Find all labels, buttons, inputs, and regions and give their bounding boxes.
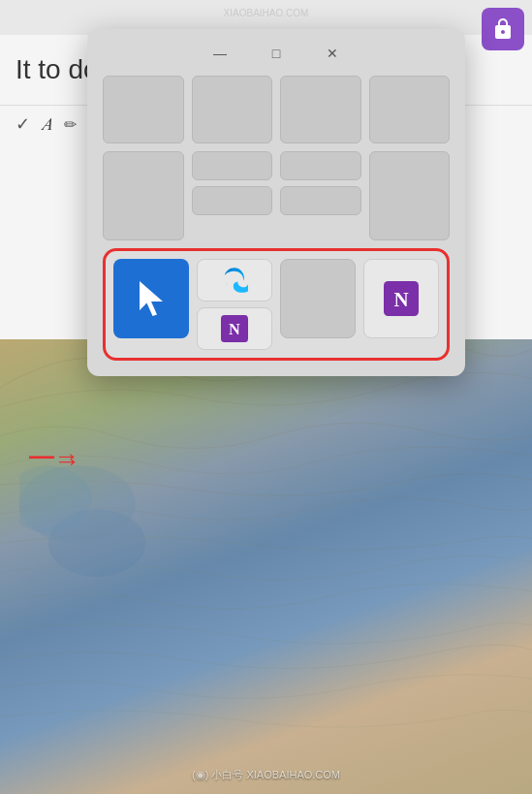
layout-cell-2-3b[interactable] xyxy=(280,186,361,215)
window-layout-popup: — □ ✕ xyxy=(87,29,465,376)
layout-cell-1-1[interactable] xyxy=(103,76,184,143)
close-button[interactable]: ✕ xyxy=(324,45,341,62)
red-arrow-left: —→ xyxy=(29,441,79,471)
minimize-button[interactable]: — xyxy=(211,45,229,62)
maximize-button[interactable]: □ xyxy=(267,45,285,62)
checkmark-icon: ✓ xyxy=(16,113,30,135)
layout-cell-2-4[interactable] xyxy=(369,151,451,241)
cursor-arrow-icon xyxy=(134,278,169,319)
share-button[interactable] xyxy=(482,8,524,50)
onenote-large-icon: N xyxy=(384,281,419,316)
layout-cell-2-2a[interactable] xyxy=(192,151,273,180)
share-icon xyxy=(491,17,515,41)
svg-text:N: N xyxy=(393,288,408,311)
edge-app-cell[interactable] xyxy=(197,259,272,302)
pen-icon: 𝐴 xyxy=(42,114,52,135)
watermark-bottom: (◉) 小白号 XIAOBAIHAO.COM xyxy=(192,768,340,782)
svg-marker-2 xyxy=(140,281,163,316)
layout-cell-1-3[interactable] xyxy=(280,76,361,143)
empty-cell[interactable] xyxy=(280,259,356,338)
layout-cell-2-2-stack xyxy=(192,151,273,241)
layout-cell-1-2[interactable] xyxy=(192,76,273,143)
onenote-small-icon: N xyxy=(221,315,248,342)
layout-grid-row1 xyxy=(103,76,450,143)
layout-cell-1-4[interactable] xyxy=(369,76,451,143)
edge-onenote-stack: N xyxy=(197,259,272,350)
layout-cell-2-1[interactable] xyxy=(103,151,184,241)
notes-content-text: It to do xyxy=(16,54,99,84)
watermark-top: XIAOBAIHAO.COM xyxy=(224,8,309,18)
layout-cell-2-2b[interactable] xyxy=(192,186,273,215)
pen-tool-icon: ✏ xyxy=(64,115,77,134)
layout-cell-2-3-stack xyxy=(280,151,361,241)
layout-cell-2-3a[interactable] xyxy=(280,151,361,180)
popup-titlebar: — □ ✕ xyxy=(103,45,450,62)
cursor-cell[interactable] xyxy=(113,259,189,338)
highlighted-layout-row: N N xyxy=(103,248,450,361)
onenote-small-cell[interactable]: N xyxy=(197,307,272,350)
edge-icon xyxy=(221,267,248,294)
svg-text:N: N xyxy=(229,320,240,338)
onenote-large-cell[interactable]: N xyxy=(363,259,439,338)
